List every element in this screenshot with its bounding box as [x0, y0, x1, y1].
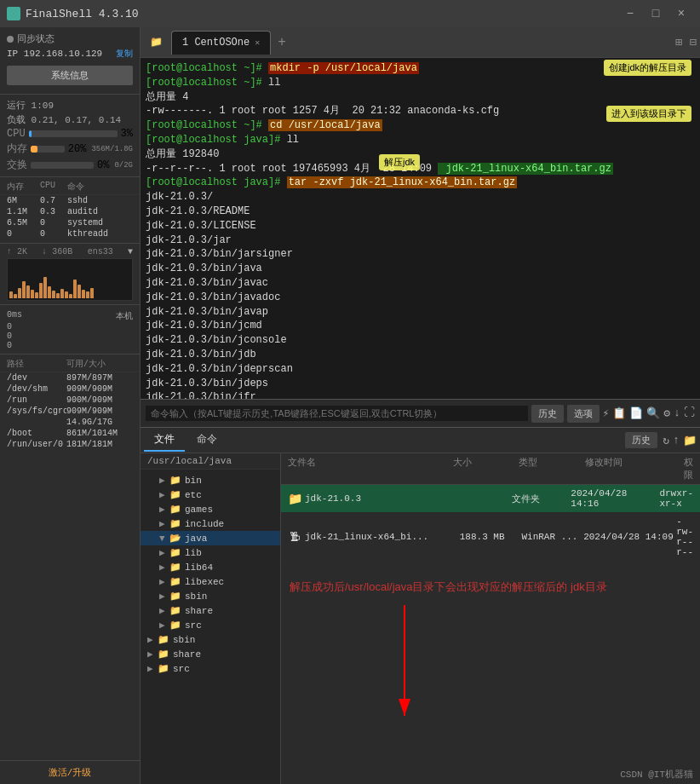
folder-icon: 📁 [158, 663, 169, 674]
file-perm-tar: -rw-r--r-- [676, 516, 693, 557]
sidebar-header: 同步状态 IP 192.168.10.129 复制 系统信息 [0, 27, 140, 95]
tree-item-bin[interactable]: ▶ 📁 bin [141, 473, 280, 487]
folder-icon: 📁 [169, 605, 181, 616]
term-line: 总用量 4 [146, 90, 695, 105]
tree-item-include[interactable]: ▶ 📁 include [141, 516, 280, 531]
history-button[interactable]: 历史 [531, 405, 564, 423]
disk-row: /boot861M/1014M [0, 428, 140, 439]
swap-detail: 0/2G [114, 161, 133, 170]
tree-item-sbin[interactable]: ▶ 📁 sbin [141, 589, 280, 603]
tree-item-lib64[interactable]: ▶ 📁 lib64 [141, 560, 280, 574]
tree-item-games[interactable]: ▶ 📁 games [141, 502, 280, 516]
close-button[interactable]: × [669, 2, 693, 26]
file-table-header: 文件名 大小 类型 修改时间 权限 [281, 453, 700, 485]
process-row: 6.5M 0 systemd [0, 217, 140, 228]
folder-icon: 📁 [169, 475, 181, 486]
latency-target: 本机 [116, 310, 133, 322]
sync-status-row: 同步状态 [7, 32, 133, 45]
disk-row: /dev/shm909M/909M [0, 383, 140, 395]
term-line: jdk-21.0.3/bin/javadoc [146, 291, 695, 305]
minimize-button[interactable]: − [618, 2, 642, 26]
settings-icon[interactable]: ⚙ [663, 406, 670, 420]
refresh-icon[interactable]: ↻ [663, 434, 669, 447]
maximize-button[interactable]: □ [644, 2, 668, 26]
sys-info-button[interactable]: 系统信息 [7, 66, 133, 85]
net-bar [14, 294, 17, 298]
col-name-header: 文件名 [288, 456, 453, 481]
file-cmd-tabs: 文件 命令 历史 ↻ ↑ 📁 [141, 428, 700, 453]
term-line: jdk-21.0.3/bin/jdb [146, 348, 695, 362]
tree-item-src2[interactable]: ▶ 📁 src [141, 661, 280, 676]
folder-icon: 📁 [169, 504, 181, 515]
file-tree: ▶ 📁 bin ▶ 📁 etc ▶ 📁 games [141, 470, 280, 679]
term-line: jdk-21.0.3/bin/jconsole [146, 333, 695, 348]
active-tab[interactable]: 1 CentOSOne ✕ [171, 31, 271, 55]
tree-item-share2[interactable]: ▶ 📁 share [141, 647, 280, 661]
tree-item-share[interactable]: ▶ 📁 share [141, 603, 280, 618]
file-tab[interactable]: 文件 [144, 429, 185, 452]
file-date-tar: 2024/04/28 14:09 [583, 532, 676, 542]
cpu-bar-row: CPU 3% [7, 127, 133, 141]
col-cpu-header: CPU [40, 181, 64, 193]
load-label: 负载 0.21, 0.17, 0.14 [7, 113, 121, 126]
search-icon[interactable]: 🔍 [646, 406, 660, 420]
tab-grid-button[interactable]: ⊞ ⊟ [675, 35, 697, 49]
copy-ip-button[interactable]: 复制 [116, 48, 133, 60]
file-tree-panel: /usr/local/java ▶ 📁 bin ▶ 📁 etc [141, 453, 281, 784]
ip-label: IP 192.168.10.129 [7, 49, 102, 59]
net-bar [48, 286, 51, 298]
terminal[interactable]: [root@localhost ~]# mkdir -p /usr/local/… [141, 58, 700, 399]
tree-item-libexec[interactable]: ▶ 📁 libexec [141, 574, 280, 589]
disk-row: 14.9G/17G [0, 417, 140, 428]
term-line: 总用量 192840 [146, 147, 695, 162]
paste-icon[interactable]: 📄 [629, 406, 643, 420]
file-date-jdk21: 2024/04/28 14:16 [571, 488, 659, 509]
title-controls: − □ × [618, 2, 693, 26]
col-cmd-header: 命令 [67, 181, 133, 193]
fc-history-button[interactable]: 历史 [625, 432, 657, 448]
folder-icon-button[interactable]: 📁 [144, 31, 168, 55]
load-row: 负载 0.21, 0.17, 0.14 [7, 112, 133, 127]
file-row-jdk-folder[interactable]: 📁 jdk-21.0.3 文件夹 2024/04/28 14:16 drwxr-… [281, 485, 700, 513]
net-graph [7, 258, 133, 301]
file-perm-jdk21: drwxr-xr-x [659, 488, 693, 509]
term-line: [root@localhost java]# ll [146, 133, 695, 147]
term-line: jdk-21.0.3/bin/jdeprscan [146, 362, 695, 377]
new-folder-icon[interactable]: 📁 [683, 434, 697, 447]
copy-icon[interactable]: 📋 [612, 406, 626, 420]
lightning-icon[interactable]: ⚡ [603, 406, 610, 420]
cpu-bar-bg [29, 130, 118, 137]
tree-item-java[interactable]: ▼ 📂 java [141, 531, 280, 545]
disk-row: /run900M/909M [0, 395, 140, 406]
file-name-jdk21: jdk-21.0.3 [305, 493, 453, 504]
add-tab-button[interactable]: + [278, 35, 286, 50]
net-dropdown-icon[interactable]: ▼ [128, 247, 133, 257]
download-icon[interactable]: ↓ [674, 406, 680, 420]
file-row-jdk-tar[interactable]: 🗜 jdk-21_linux-x64_bi... 188.3 MB WinRAR… [281, 513, 700, 562]
activate-label[interactable]: 激活/升级 [49, 768, 92, 778]
ip-row: IP 192.168.10.129 复制 [7, 45, 133, 62]
upload-icon[interactable]: ↑ [673, 434, 680, 447]
term-line: jdk-21.0.3/ [146, 190, 695, 205]
options-button[interactable]: 选项 [567, 405, 600, 423]
tree-item-src[interactable]: ▶ 📁 src [141, 618, 280, 632]
tree-item-etc[interactable]: ▶ 📁 etc [141, 487, 280, 502]
sidebar-footer[interactable]: 激活/升级 [0, 760, 140, 784]
cmd-input[interactable] [146, 406, 528, 421]
tree-item-lib[interactable]: ▶ 📁 lib [141, 545, 280, 560]
process-row: 6M 0.7 sshd [0, 195, 140, 206]
fullscreen-icon[interactable]: ⛶ [684, 406, 695, 420]
tree-item-sbin2[interactable]: ▶ 📁 sbin [141, 632, 280, 647]
net-bar [86, 291, 89, 298]
tab-close-button[interactable]: ✕ [255, 37, 260, 48]
term-line: [root@localhost ~]# cd /usr/local/java [146, 118, 695, 133]
term-line: jdk-21.0.3/bin/jfr [146, 390, 695, 399]
file-path-bar: /usr/local/java [141, 453, 280, 470]
cmd-tab[interactable]: 命令 [186, 429, 227, 452]
term-line: [root@localhost ~]# mkdir -p /usr/local/… [146, 61, 695, 76]
tab-label: 1 CentOSOne [182, 37, 250, 49]
term-line: [root@localhost ~]# ll [146, 76, 695, 90]
latency-values: 0 0 0 [7, 322, 133, 350]
latency-row: 0ms 本机 [7, 310, 133, 322]
net-bar [52, 291, 55, 298]
